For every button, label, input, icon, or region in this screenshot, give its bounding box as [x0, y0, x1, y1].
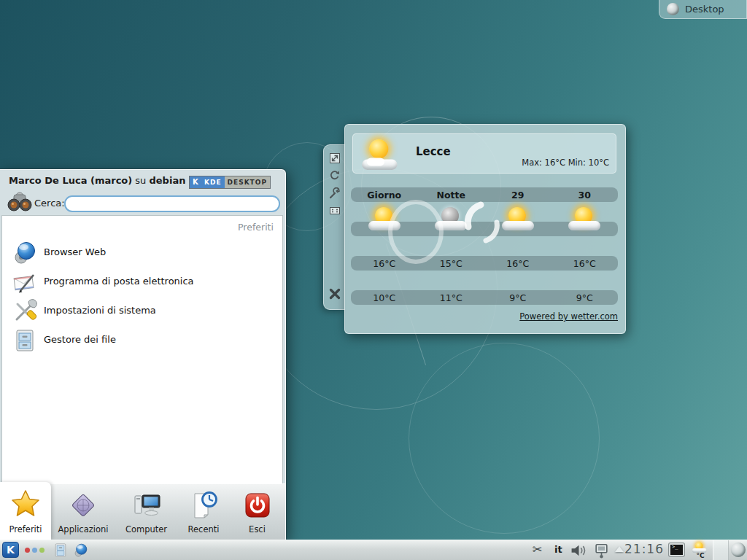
computer-icon	[131, 491, 162, 520]
panel-cashew-icon[interactable]	[731, 542, 746, 557]
night-temp: 11°C	[418, 292, 485, 303]
pager-dot-red[interactable]	[25, 548, 30, 553]
settings-box-icon[interactable]	[329, 205, 341, 217]
tab-esci[interactable]: Esci	[230, 484, 285, 540]
kde-desktop-badge: K KDE DESKTOP	[189, 176, 271, 189]
host-name: debian	[150, 175, 186, 186]
system-settings-icon	[12, 299, 37, 324]
list-item-system-settings[interactable]: Impostazioni di sistema	[2, 297, 282, 326]
kickoff-menu: Marco De Luca (marco) su debian K KDE DE…	[0, 169, 286, 540]
web-browser-icon	[12, 241, 37, 265]
volume-icon[interactable]	[570, 544, 588, 557]
day-temp: 15°C	[418, 258, 485, 269]
night-temp: 9°C	[551, 292, 619, 303]
wallpaper-circle	[409, 343, 600, 534]
applet-handle[interactable]	[323, 144, 345, 310]
weather-day-temps-row: 16°C 15°C 16°C 16°C	[351, 256, 618, 271]
star-icon	[11, 489, 40, 518]
tab-preferiti[interactable]: Preferiti	[0, 482, 51, 540]
applications-icon	[69, 491, 98, 520]
pager-widget[interactable]	[25, 548, 44, 553]
weather-city: Lecce	[416, 145, 451, 158]
user-name: Marco De Luca (marco)	[9, 175, 132, 186]
cashew-icon	[667, 3, 679, 15]
list-item-browser-web[interactable]: Browser Web	[2, 238, 282, 268]
search-binoculars-icon	[7, 190, 32, 212]
sun-cloud-icon	[360, 139, 406, 174]
pager-dot-blue[interactable]	[32, 548, 37, 553]
weather-night-temps-row: 10°C 11°C 9°C 9°C	[351, 290, 618, 305]
rotate-icon[interactable]	[329, 170, 341, 182]
kickoff-tabbar: Preferiti Applicazioni	[0, 483, 285, 540]
power-icon	[244, 491, 271, 520]
weather-column-header: Giorno	[351, 190, 418, 201]
weather-column-header: Notte	[418, 190, 485, 201]
file-manager-launcher-icon[interactable]	[53, 542, 69, 558]
weather-header: Lecce Max: 16°C Min: 10°C	[352, 133, 616, 174]
kde-logo-icon: K	[190, 176, 201, 188]
search-label: Cerca:	[34, 198, 65, 209]
search-input[interactable]	[64, 195, 280, 212]
network-icon[interactable]	[592, 542, 611, 559]
file-manager-icon	[12, 328, 37, 353]
list-item-mail-client[interactable]: Programma di posta elettronica	[2, 268, 282, 297]
debian-swirl-decoration	[458, 200, 515, 251]
panel-spacer	[713, 540, 729, 560]
sun-cloud-icon	[567, 206, 602, 234]
web-browser-launcher-icon[interactable]	[73, 542, 88, 558]
pager-dot-green[interactable]	[39, 548, 44, 553]
favorites-panel: Preferiti Browser Web	[1, 215, 283, 484]
night-temp: 9°C	[484, 292, 551, 303]
day-temp: 16°C	[551, 258, 619, 269]
close-icon[interactable]	[328, 287, 341, 300]
resize-icon[interactable]	[329, 152, 341, 164]
sun-cloud-icon	[367, 206, 402, 234]
keyboard-layout-indicator[interactable]: it	[554, 544, 562, 555]
weather-credit-link[interactable]: Powered by wetter.com	[519, 311, 618, 322]
clipboard-scissors-icon[interactable]: ✂	[533, 542, 542, 556]
weather-column-header: 29	[484, 190, 551, 201]
desktop-toolbox-label: Desktop	[685, 4, 724, 15]
desktop-toolbox[interactable]: Desktop	[659, 0, 747, 19]
day-temp: 16°C	[484, 258, 551, 269]
day-temp: 16°C	[351, 258, 418, 269]
night-temp: 10°C	[351, 292, 418, 303]
tab-applicazioni[interactable]: Applicazioni	[51, 484, 115, 540]
weather-column-header: 30	[551, 190, 619, 201]
list-item-file-manager[interactable]: Gestore dei file	[2, 326, 282, 355]
configure-icon[interactable]	[329, 187, 341, 199]
digital-clock[interactable]: 21:16	[624, 542, 664, 556]
weather-tray-widget[interactable]: °C	[691, 541, 710, 559]
taskbar-panel: K ✂ it 21:16 >_ °C	[0, 540, 747, 560]
user-title: Marco De Luca (marco) su debian	[9, 175, 185, 186]
tab-recenti[interactable]: Recenti	[177, 484, 230, 540]
mail-client-icon	[12, 270, 37, 295]
terminal-tray-icon[interactable]: >_	[669, 543, 684, 556]
tab-computer[interactable]: Computer	[115, 484, 177, 540]
recent-documents-icon	[189, 491, 218, 520]
systray-expand-arrow[interactable]	[615, 546, 624, 552]
application-launcher-button[interactable]: K	[2, 542, 19, 558]
section-header: Preferiti	[238, 222, 274, 233]
weather-max-min: Max: 16°C Min: 10°C	[522, 158, 609, 168]
